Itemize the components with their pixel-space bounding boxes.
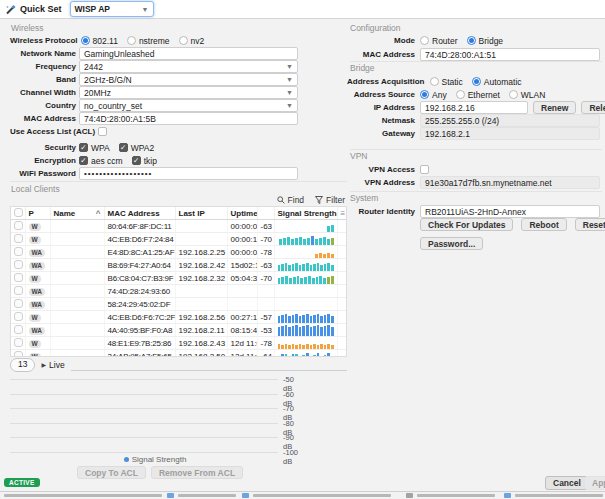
table-row[interactable]: WB6:C8:04:C7:B3:9F192.168.2.3205:04:32-7… (11, 272, 346, 285)
check-for-updates-button[interactable]: Check For Updates (420, 218, 513, 231)
row-signal-db: -63 (257, 220, 274, 233)
col-signal[interactable]: Signal Strength (274, 207, 337, 220)
radio-80211[interactable] (81, 36, 90, 45)
row-checkbox[interactable] (11, 285, 25, 298)
chevron-down-icon: ▼ (286, 63, 293, 70)
radio-any[interactable] (420, 90, 429, 99)
copy-to-acl-button[interactable]: Copy To ACL (77, 466, 146, 479)
radio-static[interactable] (430, 77, 439, 86)
col-last-ip[interactable]: Last IP (175, 207, 227, 220)
password-button[interactable]: Password... (420, 237, 483, 250)
router-identity-input[interactable]: RB2011UiAS-2HnD-Annex (420, 205, 600, 218)
table-row[interactable]: W34:AB:95:A7:F5:65192.168.2.5012d 11:08:… (11, 350, 346, 358)
row-checkbox[interactable] (11, 337, 25, 350)
status-text-fragment (515, 494, 603, 497)
wifi-password-input[interactable]: •••••••••••••••••• (79, 167, 298, 180)
wireless-mac-input[interactable]: 74:4D:28:00:A1:5B (79, 112, 298, 125)
network-name-input[interactable]: GamingUnleashed (79, 47, 298, 60)
gateway-field: 192.168.2.1 (420, 127, 600, 140)
wpa2-checkbox[interactable] (119, 143, 128, 152)
table-row[interactable]: W48:E1:E9:7B:25:86192.168.2.4312d 11:08:… (11, 337, 346, 350)
row-uptime: 00:00:01 (227, 220, 257, 233)
table-row[interactable]: WA74:4D:28:24:93:60 (11, 285, 346, 298)
radio-ethernet[interactable] (456, 90, 465, 99)
signal-bars (278, 260, 334, 271)
row-signal-db: -70 (257, 272, 274, 285)
clients-table[interactable]: P Name ^ MAC Address Last IP Uptime Sign… (10, 206, 347, 357)
band-row: Band 2GHz-B/G/N▼ (10, 73, 298, 86)
clients-tbody: W80:64:6F:8F:DC:1100:00:01-63W4C:EB:D6:F… (11, 220, 346, 358)
band-select[interactable]: 2GHz-B/G/N▼ (79, 73, 298, 86)
status-memory-icon (242, 493, 249, 498)
col-mac[interactable]: MAC Address (104, 207, 175, 220)
live-tab[interactable]: ▶Live (41, 360, 64, 370)
config-mac-input[interactable]: 74:4D:28:00:A1:51 (420, 48, 600, 61)
wireless-mac-value: 74:4D:28:00:A1:5B (84, 114, 156, 124)
row-flag: W (25, 272, 50, 285)
radio-nstreme[interactable] (127, 36, 136, 45)
row-last-ip: 192.168.2.32 (175, 272, 227, 285)
filter-button[interactable]: Filter (315, 195, 345, 205)
row-uptime: 00:00:15 (227, 233, 257, 246)
table-row[interactable]: W4C:EB:D6:F7:24:8400:00:15-70 (11, 233, 346, 246)
channel-width-select[interactable]: 20MHz▼ (79, 86, 298, 99)
reset-configuration-button[interactable]: Reset Configuration (575, 218, 605, 231)
table-row[interactable]: WA58:24:29:45:02:DF (11, 298, 346, 311)
row-checkbox[interactable] (11, 311, 25, 324)
ip-address-input[interactable]: 192.168.2.16 (420, 101, 528, 114)
mode-label: Mode (394, 36, 415, 45)
find-label: Find (288, 195, 305, 205)
row-signal-graph (274, 259, 337, 272)
remove-from-acl-button[interactable]: Remove From ACL (151, 466, 243, 479)
radio-wlan[interactable] (509, 90, 518, 99)
row-checkbox[interactable] (11, 246, 25, 259)
aes-ccm-checkbox[interactable] (79, 156, 88, 165)
row-checkbox[interactable] (11, 259, 25, 272)
row-checkbox[interactable] (11, 233, 25, 246)
row-name (50, 220, 104, 233)
col-uptime[interactable]: Uptime (227, 207, 257, 220)
column-menu-icon[interactable]: ≡ (337, 207, 346, 220)
country-select[interactable]: no_country_set▼ (79, 99, 298, 112)
row-checkbox[interactable] (11, 220, 25, 233)
radio-nstreme-label: nstreme (139, 36, 170, 46)
wpa-checkbox[interactable] (79, 143, 88, 152)
radio-nv2[interactable] (179, 36, 188, 45)
frequency-row: Frequency 2442▼ (10, 60, 298, 73)
channel-width-row: Channel Width 20MHz▼ (10, 86, 298, 99)
renew-button[interactable]: Renew (533, 101, 576, 114)
table-toolbar: Find Filter (10, 194, 345, 205)
reboot-button[interactable]: Reboot (521, 218, 566, 231)
preset-select[interactable]: WISP AP ▼ (70, 1, 154, 17)
row-last-ip: 192.168.2.25 (175, 246, 227, 259)
row-checkbox[interactable] (11, 298, 25, 311)
radio-automatic[interactable] (472, 77, 481, 86)
acl-checkbox[interactable] (98, 127, 107, 136)
tkip-checkbox[interactable] (132, 156, 141, 165)
radio-bridge[interactable] (467, 36, 476, 45)
table-row[interactable]: WAE4:8D:8C:A1:25:AF192.168.2.2500:00:04-… (11, 246, 346, 259)
col-p[interactable]: P (25, 207, 50, 220)
netmask-row: Netmask 255.255.255.0 (/24) (347, 114, 605, 127)
frequency-select[interactable]: 2442▼ (79, 60, 298, 73)
table-row[interactable]: W4C:EB:D6:F6:7C:2F192.168.2.5600:27:10-5… (11, 311, 346, 324)
row-checkbox[interactable] (11, 350, 25, 358)
table-row[interactable]: WAB8:69:F4:27:A0:64192.168.2.4215d02:14:… (11, 259, 346, 272)
select-all-checkbox[interactable] (11, 207, 25, 220)
row-last-ip (175, 233, 227, 246)
row-checkbox[interactable] (11, 272, 25, 285)
radio-router[interactable] (420, 36, 429, 45)
row-checkbox[interactable] (11, 324, 25, 337)
row-mac: B6:C8:04:C7:B3:9F (104, 272, 175, 285)
release-button[interactable]: Release (581, 101, 605, 114)
radio-static-label: Static (442, 77, 463, 87)
col-name[interactable]: Name ^ (50, 207, 104, 220)
apply-button[interactable]: Apply (584, 476, 605, 490)
row-signal-graph (274, 298, 337, 311)
address-acquisition-label: Address Acquisition (347, 77, 425, 86)
table-row[interactable]: WA4A:40:95:BF:F0:A8192.168.2.1108:15:43-… (11, 324, 346, 337)
vpn-access-checkbox[interactable] (420, 165, 429, 174)
find-button[interactable]: Find (277, 195, 305, 205)
cancel-button[interactable]: Cancel (545, 476, 589, 490)
table-row[interactable]: W80:64:6F:8F:DC:1100:00:01-63 (11, 220, 346, 233)
